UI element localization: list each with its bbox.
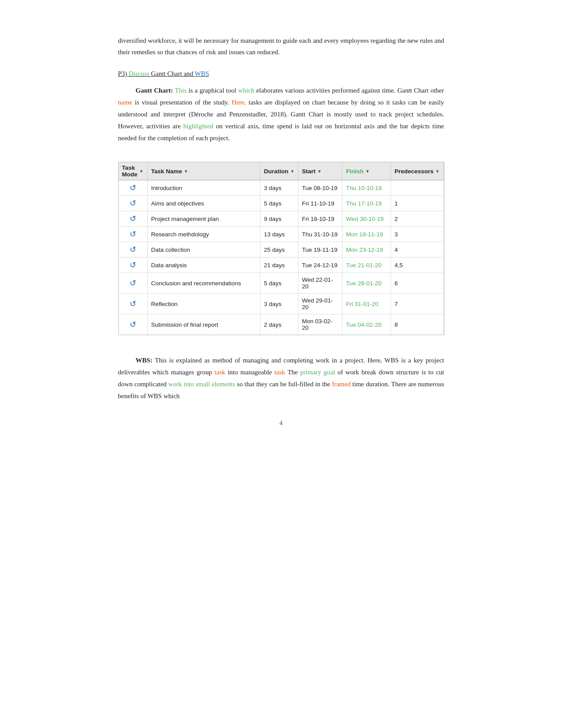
gantt-table: TaskMode ▼ Task Name ▼ Duration ▼ xyxy=(119,162,444,335)
task-name-cell: Introduction xyxy=(147,180,260,196)
finish-cell: Thu 10-10-19 xyxy=(342,180,391,196)
gantt-part4: is visual presentation of the study. xyxy=(132,99,231,106)
start-cell: Thu 31-10-19 xyxy=(298,227,342,242)
duration-cell: 2 days xyxy=(260,314,298,335)
th-task-name[interactable]: Task Name ▼ xyxy=(147,162,260,180)
duration-cell: 9 days xyxy=(260,211,298,227)
start-cell: Tue 24-12-19 xyxy=(298,258,342,273)
duration-cell: 3 days xyxy=(260,180,298,196)
section-label: P3) xyxy=(118,70,129,77)
task-name-cell: Data analysis xyxy=(147,258,260,273)
gantt-here: Here, xyxy=(231,99,246,106)
task-mode-icon: ↺ xyxy=(130,184,136,192)
duration-cell: 13 days xyxy=(260,227,298,242)
finish-dropdown-arrow[interactable]: ▼ xyxy=(365,169,370,174)
gantt-part3: elaborates various activities performed … xyxy=(254,87,444,94)
task-mode-dropdown-arrow[interactable]: ▼ xyxy=(139,169,144,174)
duration-cell: 5 days xyxy=(260,273,298,294)
pred-dropdown-arrow[interactable]: ▼ xyxy=(435,169,440,174)
start-dropdown-arrow[interactable]: ▼ xyxy=(317,169,322,174)
wbs-bold-label: WBS: xyxy=(136,357,153,364)
task-mode-cell: ↺ xyxy=(119,294,148,314)
indent-space xyxy=(118,85,136,97)
gantt-table-wrapper: TaskMode ▼ Task Name ▼ Duration ▼ xyxy=(118,162,444,335)
pred-cell: 8 xyxy=(391,314,443,335)
task-name-cell: Data collection xyxy=(147,242,260,258)
table-row: ↺Project management plan9 daysFri 18-10-… xyxy=(119,211,444,227)
task-mode-icon: ↺ xyxy=(130,230,136,238)
wbs-work-into: work into small elements xyxy=(168,381,235,388)
th-finish[interactable]: Finish ▼ xyxy=(342,162,391,180)
gantt-highlighted: highlighted xyxy=(183,123,213,130)
gantt-name: name xyxy=(118,99,132,106)
task-mode-cell: ↺ xyxy=(119,227,148,242)
finish-cell: Thu 17-10-19 xyxy=(342,196,391,211)
task-name-cell: Submission of final report xyxy=(147,314,260,335)
gantt-bold-label: Gantt Chart: xyxy=(136,87,173,94)
task-mode-icon: ↺ xyxy=(130,215,136,223)
start-cell: Fri 11-10-19 xyxy=(298,196,342,211)
pred-cell: 3 xyxy=(391,227,443,242)
wbs-task1: task xyxy=(215,369,225,376)
table-row: ↺Reflection3 daysWed 29-01-20Fri 31-01-2… xyxy=(119,294,444,314)
start-cell: Mon 03-02-20 xyxy=(298,314,342,335)
task-mode-icon: ↺ xyxy=(130,321,136,329)
table-row: ↺Conclusion and recommendations5 daysWed… xyxy=(119,273,444,294)
task-name-cell: Aims and objectives xyxy=(147,196,260,211)
wbs-part3: The xyxy=(285,369,300,376)
task-mode-icon: ↺ xyxy=(130,261,136,269)
task-name-cell: Conclusion and recommendations xyxy=(147,273,260,294)
finish-cell: Mon 18-11-19 xyxy=(342,227,391,242)
pred-cell: 6 xyxy=(391,273,443,294)
wbs-primary-goal: primary goal xyxy=(300,369,335,376)
start-cell: Fri 18-10-19 xyxy=(298,211,342,227)
pred-cell: 4 xyxy=(391,242,443,258)
task-mode-icon: ↺ xyxy=(130,300,136,308)
pred-cell: 7 xyxy=(391,294,443,314)
page: diversified workforce, it will be necess… xyxy=(83,18,480,444)
finish-cell: Tue 04-02-20 xyxy=(342,314,391,335)
start-cell: Wed 22-01-20 xyxy=(298,273,342,294)
finish-cell: Fri 31-01-20 xyxy=(342,294,391,314)
table-row: ↺Research methdology13 daysThu 31-10-19M… xyxy=(119,227,444,242)
wbs-part2: into manageable xyxy=(225,369,275,376)
task-mode-cell: ↺ xyxy=(119,273,148,294)
th-task-mode[interactable]: TaskMode ▼ xyxy=(119,162,148,180)
wbs-framed: framed xyxy=(332,381,350,388)
th-start[interactable]: Start ▼ xyxy=(298,162,342,180)
task-mode-icon: ↺ xyxy=(130,279,136,287)
duration-dropdown-arrow[interactable]: ▼ xyxy=(290,169,294,174)
page-number: 4 xyxy=(118,420,444,427)
task-mode-icon: ↺ xyxy=(130,246,136,254)
table-header-row: TaskMode ▼ Task Name ▼ Duration ▼ xyxy=(119,162,444,180)
gantt-which: which xyxy=(238,87,254,94)
discuss-text: Discuss xyxy=(129,70,149,77)
gantt-this: This xyxy=(175,87,187,94)
task-name-cell: Project management plan xyxy=(147,211,260,227)
pred-cell: 1 xyxy=(391,196,443,211)
start-cell: Wed 29-01-20 xyxy=(298,294,342,314)
intro-text: diversified workforce, it will be necess… xyxy=(118,37,444,56)
duration-cell: 25 days xyxy=(260,242,298,258)
task-mode-cell: ↺ xyxy=(119,314,148,335)
page-number-text: 4 xyxy=(279,420,283,426)
task-name-dropdown-arrow[interactable]: ▼ xyxy=(184,169,188,174)
intro-paragraph: diversified workforce, it will be necess… xyxy=(118,35,444,58)
start-cell: Tue 08-10-19 xyxy=(298,180,342,196)
pred-cell: 2 xyxy=(391,211,443,227)
pred-cell: 4,5 xyxy=(391,258,443,273)
duration-cell: 21 days xyxy=(260,258,298,273)
wbs-part5: so that they can be full-filled in the xyxy=(235,381,332,388)
task-name-cell: Reflection xyxy=(147,294,260,314)
finish-cell: Mon 23-12-19 xyxy=(342,242,391,258)
finish-cell: Wed 30-10-19 xyxy=(342,211,391,227)
duration-cell: 5 days xyxy=(260,196,298,211)
start-cell: Tue 19-11-19 xyxy=(298,242,342,258)
task-mode-icon: ↺ xyxy=(130,199,136,207)
table-row: ↺Submission of final report2 daysMon 03-… xyxy=(119,314,444,335)
task-mode-cell: ↺ xyxy=(119,196,148,211)
wbs-task2: task xyxy=(275,369,285,376)
th-duration[interactable]: Duration ▼ xyxy=(260,162,298,180)
th-predecessors[interactable]: Predecessors ▼ xyxy=(391,162,443,180)
duration-cell: 3 days xyxy=(260,294,298,314)
